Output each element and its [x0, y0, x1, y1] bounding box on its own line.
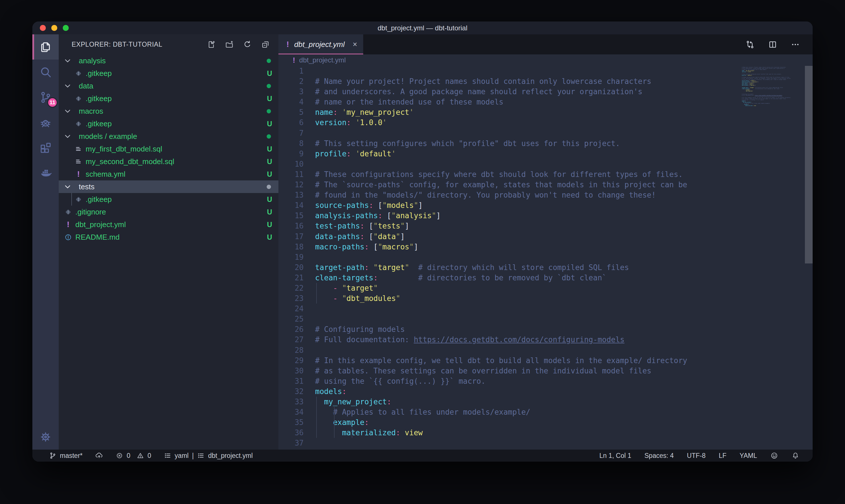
- code-editor[interactable]: 12# Name your project! Project names sho…: [278, 66, 813, 450]
- scrollbar-thumb[interactable]: [805, 66, 813, 264]
- error-icon: [116, 452, 123, 459]
- code-line-31[interactable]: 31# using the `{{ config(...) }}` macro.: [278, 376, 813, 386]
- code-line-12[interactable]: 12# The `source-paths` config, for examp…: [278, 180, 813, 190]
- code-line-37[interactable]: 37: [278, 438, 813, 448]
- code-line-17[interactable]: 17data-paths: ["data"]: [278, 231, 813, 242]
- code-line-5[interactable]: 5name: 'my_new_project': [278, 107, 813, 118]
- sync-status-item[interactable]: [95, 452, 103, 460]
- tree-item-data[interactable]: data: [59, 79, 278, 92]
- code-line-7[interactable]: 7: [278, 128, 813, 138]
- code-line-32[interactable]: 32models:: [278, 386, 813, 397]
- code-line-20[interactable]: 20target-path: "target" # directory whic…: [278, 262, 813, 273]
- zoom-window-button[interactable]: [63, 25, 69, 31]
- split-editor-icon[interactable]: [768, 40, 777, 49]
- minimap[interactable]: # Name your project! Project names shoul…: [742, 66, 805, 108]
- tree-item-analysis[interactable]: analysis: [59, 54, 278, 67]
- code-line-26[interactable]: 26# Configuring models: [278, 324, 813, 335]
- code-line-9[interactable]: 9profile: 'default': [278, 149, 813, 159]
- code-line-10[interactable]: 10: [278, 159, 813, 169]
- tree-item--gitkeep[interactable]: .gitkeepU: [59, 67, 278, 79]
- activity-search-button[interactable]: [32, 59, 59, 85]
- tree-item-schema-yml[interactable]: !schema.ymlU: [59, 168, 278, 180]
- tree-item-readme-md[interactable]: README.mdU: [59, 231, 278, 244]
- line-number: 27: [278, 335, 304, 345]
- more-actions-icon[interactable]: [791, 40, 800, 49]
- tree-item-label: tests: [79, 182, 94, 191]
- code-line-34[interactable]: 34 # Applies to all files under models/e…: [278, 407, 813, 417]
- tree-item-tests[interactable]: tests: [59, 180, 278, 193]
- code-line-36[interactable]: 36 materialized: view: [278, 428, 813, 438]
- code-line-15[interactable]: 15analysis-paths: ["analysis"]: [278, 211, 813, 221]
- tree-item-models-example[interactable]: models / example: [59, 130, 278, 143]
- eol-item[interactable]: LF: [719, 452, 726, 460]
- breadcrumb[interactable]: ! dbt_project.yml: [278, 54, 813, 66]
- tree-item--gitkeep[interactable]: .gitkeepU: [59, 92, 278, 105]
- code-line-25[interactable]: 25: [278, 314, 813, 324]
- refresh-icon[interactable]: [243, 40, 252, 49]
- code-line-14[interactable]: 14source-paths: ["models"]: [278, 200, 813, 211]
- code-line-16[interactable]: 16test-paths: ["tests"]: [278, 221, 813, 231]
- code-line-6[interactable]: 6version: '1.0.0': [278, 118, 813, 128]
- code-line-23[interactable]: 23 - "dbt_modules": [278, 293, 813, 304]
- code-line-27[interactable]: 27# Full documentation: https://docs.get…: [278, 335, 813, 345]
- dbt-status-item[interactable]: yaml | dbt_project.yml: [164, 452, 253, 460]
- code-line-11[interactable]: 11# These configurations specify where d…: [278, 169, 813, 180]
- vscode-window: dbt_project.yml — dbt-tutorial: [32, 21, 813, 462]
- tree-item-my-first-dbt-model-sql[interactable]: my_first_dbt_model.sqlU: [59, 143, 278, 155]
- code-line-1[interactable]: 1: [278, 66, 813, 76]
- line-number: 1: [278, 66, 304, 76]
- code-line-35[interactable]: 35 example:: [278, 417, 813, 428]
- tree-item-my-second-dbt-model-sql[interactable]: my_second_dbt_model.sqlU: [59, 155, 278, 168]
- activity-extensions-button[interactable]: [32, 135, 59, 160]
- code-line-3[interactable]: 3# and underscores. A good package name …: [278, 87, 813, 97]
- line-number: 17: [278, 231, 304, 242]
- close-tab-icon[interactable]: ×: [353, 40, 357, 49]
- line-number: 14: [278, 200, 304, 211]
- indent-guide: [316, 283, 317, 293]
- tree-item--gitignore[interactable]: .gitignoreU: [59, 205, 278, 218]
- indentation-item[interactable]: Spaces: 4: [645, 452, 674, 460]
- language-mode-item[interactable]: YAML: [740, 452, 757, 460]
- new-file-icon[interactable]: [207, 40, 216, 49]
- code-line-22[interactable]: 22 - "target": [278, 283, 813, 293]
- open-changes-icon[interactable]: [745, 40, 755, 49]
- code-line-21[interactable]: 21clean-targets: # directories to be rem…: [278, 273, 813, 283]
- code-line-24[interactable]: 24: [278, 304, 813, 314]
- git-status-badge: U: [267, 94, 272, 103]
- branch-status-item[interactable]: master*: [49, 452, 83, 460]
- notifications-bell-icon[interactable]: [791, 452, 799, 460]
- tree-item-dbt-project-yml[interactable]: !dbt_project.ymlU: [59, 218, 278, 231]
- tree-item--gitkeep[interactable]: .gitkeepU: [59, 193, 278, 205]
- code-line-28[interactable]: 28: [278, 345, 813, 355]
- code-line-2[interactable]: 2# Name your project! Project names shou…: [278, 76, 813, 87]
- new-folder-icon[interactable]: [225, 40, 234, 49]
- feedback-smiley-icon[interactable]: [770, 452, 778, 460]
- code-line-29[interactable]: 29# In this example config, we tell dbt …: [278, 355, 813, 366]
- code-line-19[interactable]: 19: [278, 252, 813, 262]
- code-line-30[interactable]: 30# as tables. These settings can be ove…: [278, 366, 813, 376]
- tab-dbt-project-yml[interactable]: ! dbt_project.yml ×: [278, 34, 363, 54]
- line-number: 22: [278, 283, 304, 293]
- activity-settings-button[interactable]: [32, 425, 59, 450]
- problems-status-item[interactable]: 0 0: [116, 452, 151, 460]
- activity-source-control-button[interactable]: 11: [32, 85, 59, 110]
- collapse-folders-icon[interactable]: [261, 40, 270, 49]
- code-line-33[interactable]: 33 my_new_project:: [278, 397, 813, 407]
- activity-run-debug-button[interactable]: [32, 110, 59, 135]
- sql-file-icon: [75, 158, 82, 165]
- encoding-item[interactable]: UTF-8: [687, 452, 705, 460]
- tree-item-macros[interactable]: macros: [59, 105, 278, 118]
- tree-item--gitkeep[interactable]: .gitkeepU: [59, 118, 278, 130]
- doc-link[interactable]: https://docs.getdbt.com/docs/configuring…: [414, 335, 625, 344]
- code-line-4[interactable]: 4# name or the intended use of these mod…: [278, 97, 813, 107]
- line-number: 5: [278, 107, 304, 118]
- activity-explorer-button[interactable]: [32, 34, 59, 59]
- cursor-position-item[interactable]: Ln 1, Col 1: [599, 452, 631, 460]
- code-line-8[interactable]: 8# This setting configures which "profil…: [278, 138, 813, 149]
- code-line-18[interactable]: 18macro-paths: ["macros"]: [278, 242, 813, 252]
- close-window-button[interactable]: [40, 25, 46, 31]
- activity-docker-button[interactable]: [32, 160, 59, 185]
- code-line-13[interactable]: 13# found in the "models/" directory. Yo…: [278, 190, 813, 200]
- minimize-window-button[interactable]: [51, 25, 57, 31]
- line-number: 15: [278, 211, 304, 221]
